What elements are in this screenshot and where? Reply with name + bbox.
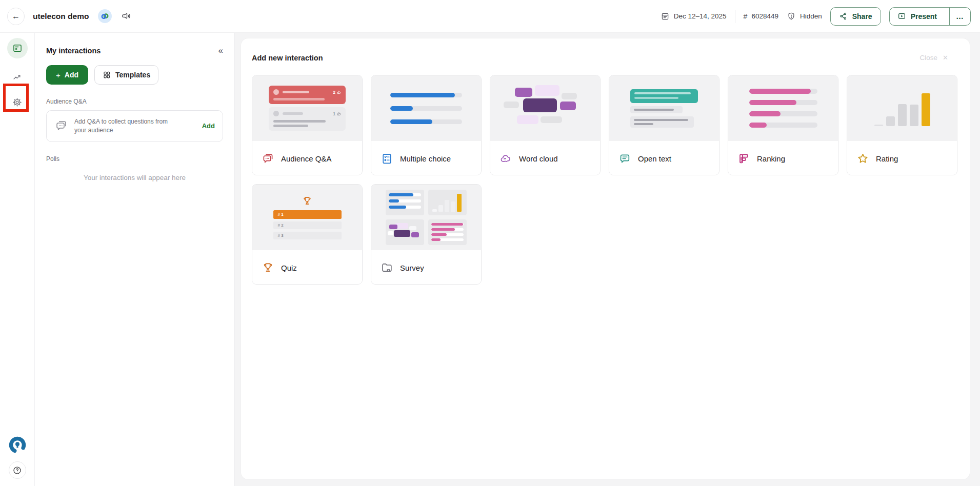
date-range-label: Dec 12–14, 2025 <box>674 12 727 20</box>
card-open-text[interactable]: Open text <box>609 75 719 175</box>
close-label: Close <box>920 54 938 62</box>
panel-title: My interactions <box>46 47 101 55</box>
rail-item-results[interactable] <box>12 72 22 82</box>
megaphone-icon[interactable] <box>121 11 131 21</box>
hash-icon: # <box>744 12 748 21</box>
rail-item-interactions[interactable] <box>7 38 28 58</box>
interaction-grid: 2 1 <box>252 75 959 285</box>
collapse-panel-icon[interactable]: « <box>218 46 223 55</box>
help-button[interactable] <box>9 461 26 479</box>
word-cloud-illustration <box>490 75 600 141</box>
rating-illustration <box>847 75 957 141</box>
close-icon: ✕ <box>943 54 948 62</box>
add-interaction-button[interactable]: + Add <box>46 65 88 85</box>
interactions-panel: My interactions « + Add Templates Audien… <box>35 33 235 486</box>
presentation-title: utelecon demo <box>33 12 89 21</box>
card-label: Multiple choice <box>400 154 451 163</box>
card-multiple-choice[interactable]: Multiple choice <box>371 75 482 175</box>
integration-badge[interactable] <box>98 9 112 23</box>
divider <box>735 10 735 23</box>
card-label: Audience Q&A <box>281 154 331 163</box>
quiz-rank-label: # 2 <box>278 223 284 228</box>
add-button-label: Add <box>65 71 78 79</box>
back-button[interactable]: ← <box>7 8 25 25</box>
word-cloud-icon <box>499 152 512 165</box>
card-quiz[interactable]: # 1 # 2 # 3 Quiz <box>252 184 363 285</box>
polls-section-label: Polls <box>46 155 223 163</box>
voting-code[interactable]: # 6028449 <box>744 12 778 21</box>
qna-promo-text: Add Q&A to collect questions from your a… <box>74 117 170 135</box>
share-nodes-icon <box>839 12 848 21</box>
card-label: Survey <box>400 264 424 272</box>
vote-count: 1 <box>333 111 335 116</box>
rail-item-settings[interactable] <box>12 97 23 108</box>
visibility-label: Hidden <box>800 12 822 20</box>
trend-up-icon <box>12 72 22 82</box>
rating-star-icon <box>856 152 869 165</box>
open-text-icon <box>618 152 631 165</box>
qna-illustration: 2 1 <box>252 75 362 141</box>
templates-button-label: Templates <box>115 71 150 79</box>
card-label: Open text <box>638 154 671 163</box>
gear-icon <box>12 97 23 108</box>
utelecon-logo-icon <box>8 436 27 454</box>
plus-icon: + <box>56 71 61 79</box>
ellipsis-icon: … <box>956 12 964 21</box>
present-button[interactable]: Present <box>890 8 945 25</box>
card-label: Quiz <box>281 264 297 272</box>
speech-bubbles-icon <box>54 119 68 133</box>
visibility-status[interactable]: Hidden <box>787 12 822 21</box>
add-interaction-panel: Add new interaction Close ✕ 2 <box>241 38 970 479</box>
voting-code-value: 6028449 <box>751 12 778 20</box>
close-panel-button[interactable]: Close ✕ <box>920 54 948 62</box>
card-audience-qna[interactable]: 2 1 <box>252 75 363 175</box>
quiz-rank-label: # 3 <box>278 233 284 238</box>
survey-folder-icon <box>381 261 393 274</box>
play-icon <box>897 12 906 21</box>
calendar-icon <box>661 12 670 21</box>
question-icon <box>12 465 22 475</box>
quiz-illustration: # 1 # 2 # 3 <box>252 185 362 250</box>
slides-icon <box>12 43 23 53</box>
card-label: Word cloud <box>519 154 558 163</box>
multiple-choice-illustration <box>371 75 481 141</box>
date-range[interactable]: Dec 12–14, 2025 <box>661 12 727 21</box>
card-survey[interactable]: Survey <box>371 184 482 285</box>
polls-empty-text: Your interactions will appear here <box>46 174 223 181</box>
templates-button[interactable]: Templates <box>94 65 158 85</box>
card-ranking[interactable]: Ranking <box>728 75 838 175</box>
panel-header: Add new interaction <box>252 54 959 62</box>
share-label: Share <box>852 12 872 21</box>
templates-grid-icon <box>103 71 111 79</box>
open-text-illustration <box>609 75 719 141</box>
logo-rings-icon <box>101 12 109 21</box>
shield-alert-icon <box>787 12 796 21</box>
present-label: Present <box>911 12 937 21</box>
share-button[interactable]: Share <box>830 7 881 26</box>
icon-rail <box>0 33 35 486</box>
topbar: ← utelecon demo Dec 12–14, 2025 # 602844… <box>0 0 980 33</box>
qna-promo-card: Add Q&A to collect questions from your a… <box>46 110 223 142</box>
multiple-choice-icon <box>381 152 393 165</box>
card-word-cloud[interactable]: Word cloud <box>490 75 601 175</box>
card-label: Ranking <box>757 154 785 163</box>
more-options-button[interactable]: … <box>949 8 970 25</box>
qna-add-link[interactable]: Add <box>202 122 215 130</box>
quiz-trophy-icon <box>262 261 274 274</box>
survey-illustration <box>371 185 481 250</box>
vote-count: 2 <box>333 90 335 95</box>
audience-qna-icon <box>262 152 274 165</box>
app-logo[interactable] <box>8 436 27 454</box>
trophy-illustration-icon <box>302 195 313 207</box>
card-label: Rating <box>876 154 898 163</box>
ranking-icon <box>737 152 750 165</box>
quiz-rank-label: # 1 <box>278 212 284 217</box>
back-arrow-icon: ← <box>12 12 20 21</box>
present-split-button: Present … <box>889 7 971 26</box>
ranking-illustration <box>728 75 838 141</box>
qna-section-label: Audience Q&A <box>46 98 223 105</box>
main-area: Add new interaction Close ✕ 2 <box>235 33 980 486</box>
card-rating[interactable]: Rating <box>847 75 957 175</box>
